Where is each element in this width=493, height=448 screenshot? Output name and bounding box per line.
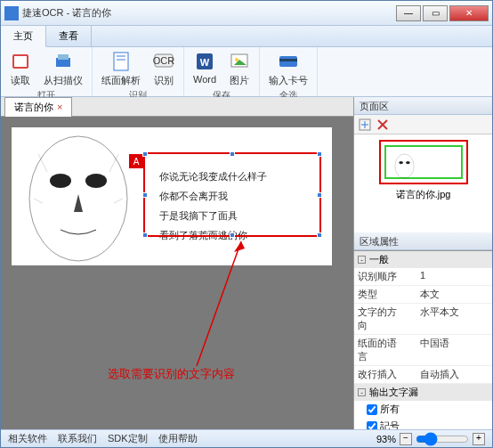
svg-point-18: [50, 174, 71, 188]
resize-handle-tl[interactable]: [142, 151, 148, 157]
recognize-button[interactable]: OCR识别: [148, 49, 180, 89]
ribbon-group-save: WWord 图片 保存: [184, 47, 260, 96]
image-icon: [229, 51, 250, 72]
statusbar: 相关软件 联系我们 SDK定制 使用帮助 93% − +: [1, 429, 492, 447]
svg-rect-16: [279, 59, 297, 61]
resize-handle-tr[interactable]: [317, 151, 322, 157]
svg-point-33: [406, 161, 410, 164]
svg-point-19: [85, 174, 107, 188]
ribbon-group-open: 读取 从扫描仪 打开: [1, 47, 93, 96]
svg-rect-2: [14, 56, 27, 67]
svg-line-23: [114, 199, 123, 203]
thumbnail-area: 诺言的你.jpg: [354, 134, 492, 232]
svg-marker-25: [234, 241, 245, 252]
word-button[interactable]: WWord: [188, 49, 222, 89]
prop-row-insert[interactable]: 改行插入自动插入: [354, 366, 492, 384]
zoom-slider[interactable]: [416, 432, 469, 446]
parse-icon: [110, 51, 132, 72]
card-icon: [278, 51, 299, 72]
properties-panel: -一般 识别顺序1 类型本文 文字的方向水平本文 纸面的语言中国语 改行插入自动…: [354, 250, 492, 429]
scanner-icon: [53, 51, 74, 72]
selection-badge: A: [129, 154, 143, 168]
minimize-button[interactable]: —: [396, 5, 421, 21]
thumb-face-icon: [392, 149, 418, 183]
zoom-control: 93% − +: [376, 432, 485, 446]
maximize-button[interactable]: ▭: [423, 5, 448, 21]
resize-handle-mr[interactable]: [317, 192, 322, 198]
svg-line-22: [34, 199, 43, 203]
pages-panel-header: 页面区: [354, 97, 492, 115]
props-panel-header: 区域属性: [354, 232, 492, 250]
page-thumbnail[interactable]: [379, 140, 468, 184]
svg-rect-0: [4, 6, 19, 20]
status-help[interactable]: 使用帮助: [158, 432, 198, 445]
card-button[interactable]: 输入卡号: [263, 49, 313, 89]
canvas[interactable]: 你说无论我变成什么样子 你都不会离开我 于是我摘下了面具 看到了落荒而逃的你 A: [1, 117, 353, 429]
check-symbol[interactable]: 記号: [354, 418, 492, 429]
right-column: 页面区 诺言的你.jpg 区域属性 -一般 识别顺序1 类型本文 文字的方向水平…: [354, 97, 492, 429]
selection-box[interactable]: A: [143, 152, 321, 237]
svg-point-13: [235, 58, 238, 61]
book-icon: [10, 51, 31, 72]
parse-button[interactable]: 纸面解析: [96, 49, 146, 89]
resize-handle-bl[interactable]: [142, 232, 148, 238]
prop-row-order[interactable]: 识别顺序1: [354, 268, 492, 286]
prop-row-language[interactable]: 纸面的语言中国语: [354, 335, 492, 366]
thumb-toolbar: [354, 115, 492, 134]
annotation-text: 选取需要识别的文字内容: [108, 366, 235, 382]
prop-row-type[interactable]: 类型本文: [354, 286, 492, 304]
add-page-icon[interactable]: [358, 118, 372, 132]
image-button[interactable]: 图片: [223, 49, 255, 89]
tab-home[interactable]: 主页: [1, 26, 46, 47]
annotation-arrow: [188, 241, 250, 375]
window-title: 捷速OCR - 诺言的你: [22, 6, 396, 20]
status-sdk[interactable]: SDK定制: [108, 432, 148, 445]
app-icon: [4, 6, 19, 20]
scanner-button[interactable]: 从扫描仪: [38, 49, 88, 89]
svg-rect-4: [58, 54, 69, 60]
app-window: 捷速OCR - 诺言的你 — ▭ ✕ 主页 查看 读取 从扫描仪 打开 纸面解析…: [0, 0, 493, 448]
tab-view[interactable]: 查看: [46, 26, 92, 46]
ribbon-group-select: 输入卡号 全选: [260, 47, 318, 96]
svg-line-20: [38, 154, 47, 172]
svg-point-32: [399, 161, 403, 164]
svg-line-24: [197, 241, 241, 366]
resize-handle-tm[interactable]: [230, 151, 235, 157]
document-tab-title: 诺言的你: [14, 101, 53, 114]
window-controls: — ▭ ✕: [396, 5, 489, 21]
zoom-value: 93%: [376, 434, 396, 444]
zoom-out-button[interactable]: −: [400, 433, 412, 445]
check-all[interactable]: 所有: [354, 401, 492, 418]
main-column: 诺言的你 ×: [1, 97, 354, 429]
svg-rect-5: [114, 53, 128, 70]
document-tabs: 诺言的你 ×: [1, 97, 353, 117]
document-tab[interactable]: 诺言的你 ×: [4, 97, 72, 117]
svg-text:W: W: [200, 57, 210, 68]
word-icon: W: [194, 51, 215, 72]
close-button[interactable]: ✕: [449, 5, 489, 21]
resize-handle-br[interactable]: [317, 232, 322, 238]
ribbon-group-recognize: 纸面解析 OCR识别 识别: [93, 47, 184, 96]
zoom-in-button[interactable]: +: [473, 433, 485, 445]
svg-line-21: [109, 154, 118, 172]
titlebar[interactable]: 捷速OCR - 诺言的你 — ▭ ✕: [1, 1, 492, 26]
svg-text:OCR: OCR: [153, 55, 174, 66]
svg-point-31: [394, 154, 413, 178]
content-area: 诺言的你 ×: [1, 97, 492, 429]
collapse-icon[interactable]: -: [358, 388, 366, 396]
face-image: [12, 127, 150, 265]
read-button[interactable]: 读取: [4, 49, 36, 89]
ribbon-tabs: 主页 查看: [1, 26, 492, 47]
thumbnail-caption: 诺言的你.jpg: [396, 188, 451, 201]
resize-handle-ml[interactable]: [142, 192, 148, 198]
prop-row-direction[interactable]: 文字的方向水平本文: [354, 304, 492, 335]
document-tab-close-icon[interactable]: ×: [57, 102, 62, 112]
ocr-icon: OCR: [153, 51, 174, 72]
status-contact[interactable]: 联系我们: [58, 432, 97, 445]
prop-section-general[interactable]: -一般: [354, 251, 492, 268]
status-related[interactable]: 相关软件: [8, 432, 47, 445]
delete-page-icon[interactable]: [376, 118, 390, 132]
resize-handle-bm[interactable]: [230, 232, 235, 238]
collapse-icon[interactable]: -: [358, 256, 366, 264]
prop-section-charset[interactable]: -输出文字漏: [354, 384, 492, 401]
